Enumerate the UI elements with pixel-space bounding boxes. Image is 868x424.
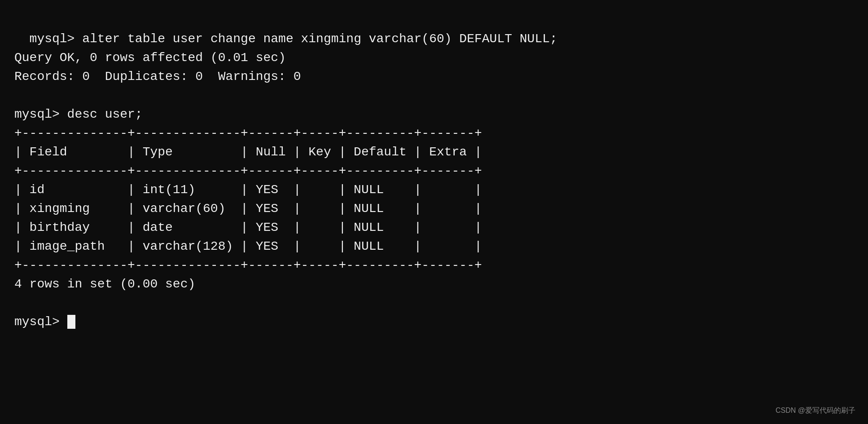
terminal-prompt: mysql>	[14, 315, 67, 329]
terminal-line-5: mysql> desc user;	[14, 107, 143, 121]
terminal-rowcount: 4 rows in set (0.00 sec)	[14, 277, 195, 291]
terminal-table-row-1: | id | int(11) | YES | | NULL | |	[14, 183, 482, 197]
terminal-line-1: mysql> alter table user change name xing…	[30, 32, 557, 46]
terminal-table-row-2: | xingming | varchar(60) | YES | | NULL …	[14, 202, 482, 216]
terminal-output: mysql> alter table user change name xing…	[14, 11, 854, 331]
terminal-table-header: | Field | Type | Null | Key | Default | …	[14, 145, 482, 159]
terminal-table-row-3: | birthday | date | YES | | NULL | |	[14, 221, 482, 234]
terminal-table-border-top: +--------------+--------------+------+--…	[14, 126, 482, 140]
terminal-cursor	[67, 315, 75, 329]
terminal-line-2: Query OK, 0 rows affected (0.01 sec)	[14, 51, 286, 65]
terminal-table-row-4: | image_path | varchar(128) | YES | | NU…	[14, 239, 482, 253]
terminal-table-border-bot: +--------------+--------------+------+--…	[14, 258, 482, 272]
watermark: CSDN @爱写代码的刷子	[776, 405, 855, 416]
terminal-line-3: Records: 0 Duplicates: 0 Warnings: 0	[14, 70, 301, 84]
terminal-table-border-mid: +--------------+--------------+------+--…	[14, 164, 482, 178]
